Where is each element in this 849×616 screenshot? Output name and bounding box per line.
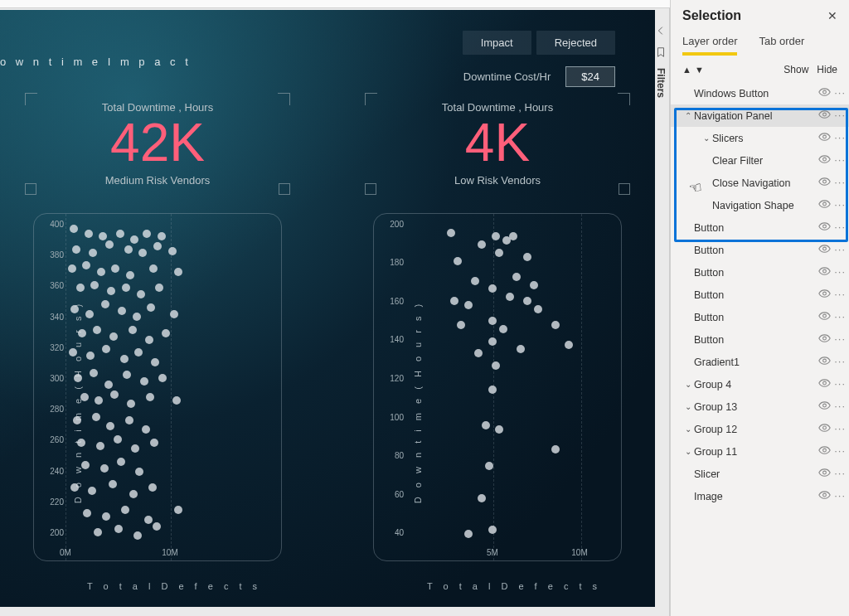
scatter-point[interactable] <box>133 531 142 540</box>
scatter-point[interactable] <box>495 249 503 257</box>
move-up-icon[interactable]: ▲ <box>682 65 691 75</box>
tree-item[interactable]: ⌄Group 11··· <box>671 440 849 463</box>
tree-item[interactable]: Image··· <box>671 485 849 507</box>
tab-tab-order[interactable]: Tab order <box>759 35 804 56</box>
scatter-point[interactable] <box>97 268 105 276</box>
scatter-point[interactable] <box>126 271 134 279</box>
scatter-point[interactable] <box>80 393 89 401</box>
more-icon[interactable]: ··· <box>834 180 846 186</box>
scatter-point[interactable] <box>107 287 115 295</box>
scatter-point[interactable] <box>86 352 95 360</box>
scatter-point[interactable] <box>512 273 521 281</box>
scatter-point[interactable] <box>106 422 114 430</box>
scatter-point[interactable] <box>140 377 148 386</box>
visibility-icon[interactable] <box>818 288 831 302</box>
scatter-point[interactable] <box>457 321 465 329</box>
tab-impact[interactable]: Impact <box>463 31 531 55</box>
scatter-point[interactable] <box>488 386 497 394</box>
more-icon[interactable]: ··· <box>834 113 846 119</box>
scatter-point[interactable] <box>70 225 78 233</box>
chevron-left-icon[interactable] <box>655 25 667 36</box>
scatter-point[interactable] <box>474 349 483 357</box>
scatter-point[interactable] <box>485 462 493 470</box>
tree-item[interactable]: ⌄Slicers··· <box>671 127 849 149</box>
scatter-point[interactable] <box>153 522 161 531</box>
scatter-point[interactable] <box>70 483 79 492</box>
scatter-point[interactable] <box>168 247 177 255</box>
chevron-down-icon[interactable]: ⌄ <box>682 402 694 411</box>
scatter-point[interactable] <box>89 249 97 257</box>
scatter-point[interactable] <box>120 355 129 363</box>
scatter-point[interactable] <box>506 293 514 301</box>
tab-layer-order[interactable]: Layer order <box>682 35 737 56</box>
scatter-point[interactable] <box>499 325 507 333</box>
visibility-icon[interactable] <box>818 310 831 324</box>
more-icon[interactable]: ··· <box>834 426 846 432</box>
scatter-point[interactable] <box>149 264 158 273</box>
scatter-point[interactable] <box>464 530 473 538</box>
chevron-down-icon[interactable]: ⌄ <box>682 424 694 434</box>
scatter-point[interactable] <box>73 416 81 424</box>
close-icon[interactable]: ✕ <box>827 9 837 22</box>
scatter-point[interactable] <box>158 232 166 240</box>
scatter-point[interactable] <box>92 413 100 421</box>
chevron-down-icon[interactable]: ⌄ <box>682 447 694 456</box>
scatter-point[interactable] <box>85 230 93 238</box>
chevron-down-icon[interactable]: ⌄ <box>682 380 694 389</box>
chevron-down-icon[interactable]: ⌄ <box>701 133 712 143</box>
visibility-icon[interactable] <box>818 422 831 436</box>
visibility-icon[interactable] <box>818 377 831 391</box>
filters-label[interactable]: Filters <box>655 68 667 98</box>
visibility-icon[interactable] <box>818 153 831 167</box>
scatter-point[interactable] <box>70 305 79 313</box>
visibility-icon[interactable] <box>818 489 831 503</box>
more-icon[interactable]: ··· <box>834 135 846 141</box>
scatter-point[interactable] <box>137 290 145 298</box>
scatter-point[interactable] <box>151 358 159 366</box>
tree-item[interactable]: Windows Button··· <box>671 82 849 104</box>
chevron-up-icon[interactable]: ⌃ <box>682 111 694 120</box>
scatter-point[interactable] <box>551 321 560 329</box>
tree-item[interactable]: Button··· <box>671 261 849 284</box>
scatter-point[interactable] <box>478 494 486 502</box>
scatter-point[interactable] <box>114 435 122 444</box>
more-icon[interactable]: ··· <box>834 314 846 320</box>
visibility-icon[interactable] <box>818 467 831 481</box>
scatter-point[interactable] <box>124 245 133 254</box>
scatter-point[interactable] <box>116 230 124 238</box>
more-icon[interactable]: ··· <box>834 337 846 342</box>
scatter-point[interactable] <box>118 307 126 315</box>
scatter-point[interactable] <box>162 329 170 337</box>
tree-item[interactable]: Button··· <box>671 284 849 306</box>
scatter-point[interactable] <box>488 337 497 346</box>
scatter-point[interactable] <box>90 369 98 377</box>
visibility-icon[interactable] <box>818 400 831 414</box>
scatter-point[interactable] <box>76 284 85 292</box>
scatter-point[interactable] <box>523 253 531 261</box>
scatter-point[interactable] <box>94 528 102 536</box>
more-icon[interactable]: ··· <box>834 292 846 298</box>
more-icon[interactable]: ··· <box>834 247 846 253</box>
scatter-point[interactable] <box>464 301 473 309</box>
scatter-point[interactable] <box>144 516 153 524</box>
scatter-point[interactable] <box>93 326 101 334</box>
scatter-point[interactable] <box>172 396 181 405</box>
visibility-icon[interactable] <box>818 444 831 458</box>
more-icon[interactable]: ··· <box>834 90 846 96</box>
scatter-point[interactable] <box>174 506 182 514</box>
scatter-point[interactable] <box>138 249 147 257</box>
scatter-point[interactable] <box>130 235 138 244</box>
scatter-point[interactable] <box>127 400 135 408</box>
visibility-icon[interactable] <box>818 355 831 369</box>
cost-value[interactable]: $24 <box>565 66 615 87</box>
scatter-point[interactable] <box>81 461 90 469</box>
scatter-point[interactable] <box>102 512 110 521</box>
scatter-point[interactable] <box>509 232 517 240</box>
scatter-point[interactable] <box>125 416 133 424</box>
tree-item[interactable]: ⌄Group 4··· <box>671 373 849 395</box>
scatter-point[interactable] <box>99 232 107 240</box>
more-icon[interactable]: ··· <box>834 449 846 454</box>
report-canvas[interactable]: o w n t i m e I m p a c t Impact Rejecte… <box>0 10 655 607</box>
scatter-point[interactable] <box>482 421 490 429</box>
visibility-icon[interactable] <box>818 131 831 145</box>
